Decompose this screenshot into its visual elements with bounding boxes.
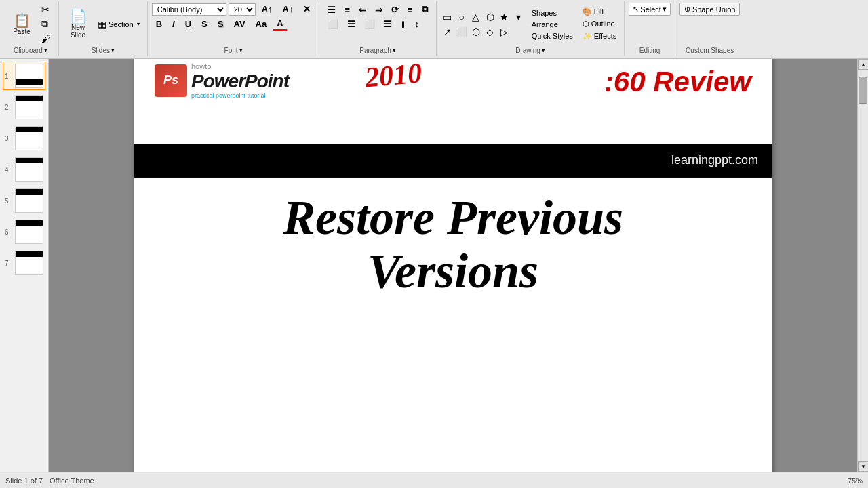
case-button[interactable]: Aa <box>252 18 271 30</box>
scroll-down-button[interactable]: ▼ <box>858 461 868 472</box>
slide-preview-2 <box>15 95 43 119</box>
drawing-group: ▭ ○ △ ⬡ ★ ▾ ↗ ⬜ ⬡ ◇ ▷ <box>437 1 625 56</box>
section-icon: ▦ <box>98 19 106 30</box>
clipboard-expand-icon[interactable]: ▾ <box>44 47 47 54</box>
font-expand-icon[interactable]: ▾ <box>239 47 243 54</box>
slide-preview-5 <box>15 188 43 213</box>
slide-thumb-7[interactable]: 7 <box>3 249 45 277</box>
shape-icon-3[interactable]: △ <box>469 10 483 24</box>
align-center-button[interactable]: ☰ <box>343 18 359 30</box>
shape-union-button[interactable]: ⊕ Shape Union <box>679 3 741 16</box>
logo-text-area: howto PowerPoint practical powerpoint tu… <box>191 62 289 99</box>
cut-icon: ✂ <box>41 4 50 15</box>
columns-button[interactable]: ⫿ <box>397 18 410 30</box>
numbering-button[interactable]: ≡ <box>340 3 354 16</box>
shape-icon-10[interactable]: ▷ <box>498 25 511 39</box>
logo-2010: 2010 <box>363 59 423 94</box>
copy-icon: ⧉ <box>41 18 48 30</box>
smartart-button[interactable]: ⧉ <box>418 3 432 16</box>
copy-button[interactable]: ⧉ <box>38 17 54 31</box>
align-text-button[interactable]: ≡ <box>403 3 417 16</box>
canvas-area[interactable]: Ps howto PowerPoint practical powerpoint… <box>49 59 857 472</box>
paste-icon: 📋 <box>14 14 31 27</box>
right-scrollbar: ▲ ▼ <box>857 59 868 472</box>
powerpoint-text: PowerPoint <box>191 70 289 92</box>
slide-black-bar: learningppt.com <box>134 144 772 178</box>
slide-thumb-6[interactable]: 6 <box>3 218 45 246</box>
slide-canvas: Ps howto PowerPoint practical powerpoint… <box>134 59 772 472</box>
format-painter-button[interactable]: 🖌 <box>38 32 54 45</box>
slide-thumb-5[interactable]: 5 <box>3 186 45 215</box>
scroll-up-button[interactable]: ▲ <box>858 59 868 70</box>
shadow-button[interactable]: S <box>214 18 228 30</box>
slide-main-content: Restore Previous Versions <box>134 191 772 298</box>
char-spacing-button[interactable]: AV <box>229 18 249 30</box>
bottom-bar: Slide 1 of 7 Office Theme 75% <box>0 472 868 488</box>
text-direction-button[interactable]: ⟳ <box>387 3 403 16</box>
select-dropdown-arrow: ▾ <box>663 5 667 14</box>
slides-expand-icon[interactable]: ▾ <box>111 47 115 54</box>
bold-button[interactable]: B <box>152 18 166 30</box>
strikethrough-button[interactable]: S <box>197 18 212 30</box>
align-left-button[interactable]: ⬜ <box>323 18 342 30</box>
slide-preview-1 <box>15 64 43 88</box>
section-dropdown-arrow: ▾ <box>137 21 140 27</box>
shape-icon-7[interactable]: ⬜ <box>455 25 469 39</box>
font-name-select[interactable]: Calibri (Body) <box>152 3 226 16</box>
select-button[interactable]: ↖ Select ▾ <box>629 3 671 16</box>
align-right-button[interactable]: ⬜ <box>360 18 379 30</box>
slide-thumb-4[interactable]: 4 <box>3 155 45 184</box>
bullets-button[interactable]: ☰ <box>323 3 340 16</box>
new-slide-icon: 📄 <box>70 9 87 23</box>
format-painter-icon: 🖌 <box>41 33 51 44</box>
shape-icon-1[interactable]: ▭ <box>441 10 454 24</box>
custom-shapes-group: ⊕ Shape Union Custom Shapes <box>675 1 745 56</box>
scroll-thumb[interactable] <box>859 77 867 104</box>
shape-icon-5[interactable]: ★ <box>498 10 511 24</box>
ps-logo: Ps <box>155 64 187 97</box>
paragraph-expand-icon[interactable]: ▾ <box>393 47 396 54</box>
scroll-track[interactable] <box>858 70 868 461</box>
font-group: Calibri (Body) 20 A↑ A↓ ✕ B I U S S AV <box>148 1 320 56</box>
slides-group: 📄 New Slide ▦ Section ▾ Slides ▾ <box>59 1 148 56</box>
zoom-level: 75% <box>848 476 863 485</box>
shape-outline-button[interactable]: ⬡ Outline <box>579 18 620 30</box>
drawing-expand-icon[interactable]: ▾ <box>542 47 545 54</box>
shape-icon-9[interactable]: ◇ <box>484 25 497 39</box>
shape-icon-8[interactable]: ⬡ <box>469 25 483 39</box>
shape-icon-4[interactable]: ⬡ <box>484 10 497 24</box>
increase-indent-button[interactable]: ⇒ <box>371 3 387 16</box>
section-button[interactable]: ▦ Section ▾ <box>94 18 143 31</box>
increase-font-button[interactable]: A↑ <box>258 3 277 16</box>
decrease-indent-button[interactable]: ⇐ <box>355 3 370 16</box>
shape-icon-6[interactable]: ↗ <box>441 25 454 39</box>
font-color-button[interactable]: A <box>273 17 287 31</box>
new-slide-button[interactable]: 📄 New Slide <box>63 6 93 42</box>
underline-button[interactable]: U <box>181 18 195 30</box>
slide-thumb-2[interactable]: 2 <box>3 93 45 121</box>
slide-preview-3 <box>15 126 43 150</box>
quick-styles-button[interactable]: Quick Styles <box>528 30 576 41</box>
how-to-text: howto <box>191 62 289 70</box>
shape-effects-button[interactable]: ✨ Effects <box>579 30 620 42</box>
italic-button[interactable]: I <box>168 18 179 30</box>
theme-name: Office Theme <box>50 476 94 485</box>
slide-thumb-3[interactable]: 3 <box>3 124 45 152</box>
shape-icon-2[interactable]: ○ <box>455 10 469 24</box>
arrange-button[interactable]: Arrange <box>528 19 576 30</box>
slide-count: Slide 1 of 7 <box>5 476 43 485</box>
font-size-select[interactable]: 20 <box>229 3 256 16</box>
shapes-dropdown[interactable]: ▾ <box>512 10 526 24</box>
cut-button[interactable]: ✂ <box>38 3 54 16</box>
paragraph-group: ☰ ≡ ⇐ ⇒ ⟳ ≡ ⧉ ⬜ ☰ ⬜ ☰ ⫿ ↕ Parag <box>319 1 436 56</box>
shape-fill-button[interactable]: 🎨 Fill <box>579 6 620 18</box>
slide-thumb-1[interactable]: 1 <box>3 62 45 90</box>
editing-group: ↖ Select ▾ Editing <box>625 1 675 56</box>
shapes-button[interactable]: Shapes <box>528 7 576 18</box>
justify-button[interactable]: ☰ <box>380 18 396 30</box>
clear-formatting-button[interactable]: ✕ <box>299 3 315 16</box>
slide-url: learningppt.com <box>671 153 758 167</box>
line-spacing-button[interactable]: ↕ <box>410 18 423 30</box>
paste-button[interactable]: 📋 Paste <box>7 10 37 39</box>
decrease-font-button[interactable]: A↓ <box>279 3 298 16</box>
